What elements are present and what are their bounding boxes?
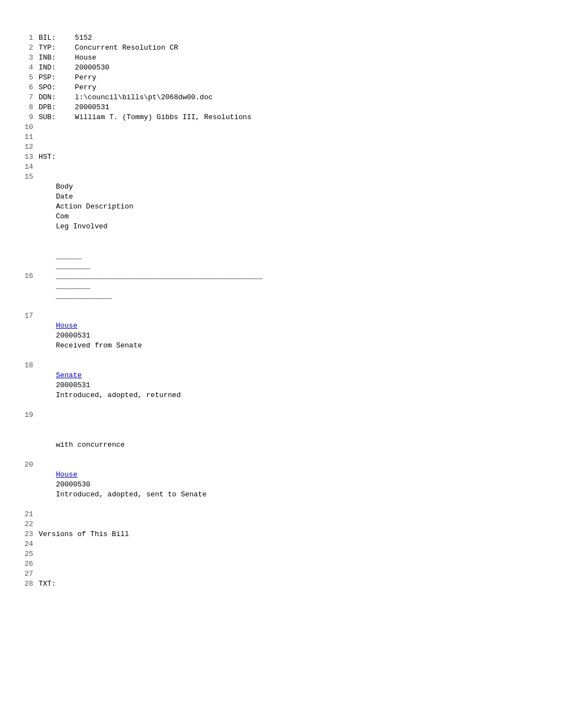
dpb-value: 20000531 [75, 103, 109, 111]
line-num-11: 11 [22, 132, 39, 142]
header-date: Date [56, 192, 105, 202]
hist-action-17: Received from Senate [56, 341, 293, 351]
header-com: Com [56, 212, 100, 222]
versions-text: Versions of This Bill [39, 529, 541, 539]
divider-com: ________ [56, 281, 100, 291]
hist-body-18: Senate [56, 371, 94, 381]
sub-value: William T. (Tommy) Gibbs III, Resolution… [75, 113, 252, 121]
line-num-6: 6 [22, 83, 39, 93]
hist-action-20: Introduced, adopted, sent to Senate [56, 490, 293, 500]
spo-value: Perry [75, 83, 97, 92]
line-6: 6 SPO: Perry [22, 83, 541, 93]
line-content-8: DPB: 20000531 [39, 103, 541, 113]
psp-value: Perry [75, 73, 97, 82]
line-content-6: SPO: Perry [39, 83, 541, 93]
txt-label: TXT: [39, 579, 541, 589]
line-content-4: IND: 20000530 [39, 63, 541, 73]
sub-label: SUB: [39, 113, 66, 122]
dpb-label: DPB: [39, 103, 66, 113]
line-7: 7 DDN: l:\council\bills\pt\2068dw00.doc [22, 93, 541, 103]
ind-label: IND: [39, 63, 66, 73]
line-17: 17 House 20000531 Received from Senate [22, 311, 541, 361]
line-content-2: TYP: Concurrent Resolution CR [39, 43, 541, 53]
hist-date-18: 20000531 [56, 381, 105, 390]
line-1: 1 BIL: 5152 [22, 33, 541, 43]
hist-body-20: House [56, 470, 94, 480]
line-num-15: 15 [22, 172, 39, 182]
line-16: 16 ______ ________ _____________________… [22, 242, 541, 311]
line-num-2: 2 [22, 43, 39, 53]
inb-value: House [75, 53, 97, 62]
line-num-27: 27 [22, 569, 39, 579]
spo-label: SPO: [39, 83, 66, 93]
line-28: 28 TXT: [22, 579, 541, 589]
typ-value: Concurrent Resolution CR [75, 44, 178, 52]
line-13: 13 HST: [22, 152, 541, 162]
ind-value: 20000530 [75, 63, 109, 72]
line-22: 22 [22, 520, 541, 529]
line-9: 9 SUB: William T. (Tommy) Gibbs III, Res… [22, 113, 541, 122]
line-content-7: DDN: l:\council\bills\pt\2068dw00.doc [39, 93, 541, 103]
line-num-16: 16 [22, 271, 39, 281]
hist-date-17: 20000531 [56, 331, 105, 341]
line-num-9: 9 [22, 113, 39, 122]
divider-date: ________ [56, 261, 105, 271]
line-25: 25 [22, 549, 541, 559]
divider-action: ________________________________________… [56, 271, 293, 281]
hist-body-17: House [56, 321, 94, 331]
hist-action-18: Introduced, adopted, returned [56, 390, 293, 400]
line-num-7: 7 [22, 93, 39, 103]
line-num-17: 17 [22, 311, 39, 321]
line-5: 5 PSP: Perry [22, 73, 541, 83]
house-link-17[interactable]: House [56, 322, 77, 330]
line-num-20: 20 [22, 460, 39, 470]
line-num-10: 10 [22, 122, 39, 132]
header-leg: Leg Involved [56, 222, 108, 232]
line-num-26: 26 [22, 559, 39, 569]
line-num-14: 14 [22, 162, 39, 172]
line-num-22: 22 [22, 520, 39, 529]
inb-label: INB: [39, 53, 66, 63]
line-4: 4 IND: 20000530 [22, 63, 541, 73]
line-10: 10 [22, 122, 541, 132]
line-2: 2 TYP: Concurrent Resolution CR [22, 43, 541, 53]
line-num-5: 5 [22, 73, 39, 83]
house-link-20[interactable]: House [56, 470, 77, 479]
line-num-8: 8 [22, 103, 39, 113]
divider-leg: _____________ [56, 291, 111, 301]
line-18: 18 Senate 20000531 Introduced, adopted, … [22, 361, 541, 410]
line-num-25: 25 [22, 549, 39, 559]
line-21: 21 [22, 510, 541, 520]
header-action: Action Description [56, 202, 293, 212]
line-content-3: INB: House [39, 53, 541, 63]
ddn-label: DDN: [39, 93, 66, 103]
line-content-1: BIL: 5152 [39, 33, 541, 43]
senate-link-18[interactable]: Senate [56, 371, 82, 379]
line-num-21: 21 [22, 510, 39, 520]
bill-info: 1 BIL: 5152 2 TYP: Concurrent Resolution… [22, 33, 541, 122]
line-26: 26 [22, 559, 541, 569]
line-3: 3 INB: House [22, 53, 541, 63]
ddn-value: l:\council\bills\pt\2068dw00.doc [75, 93, 213, 101]
line-27: 27 [22, 569, 541, 579]
typ-label: TYP: [39, 43, 66, 53]
line-num-4: 4 [22, 63, 39, 73]
line-num-23: 23 [22, 529, 39, 539]
line-14: 14 [22, 162, 541, 172]
bil-label: BIL: [39, 33, 66, 43]
line-8: 8 DPB: 20000531 [22, 103, 541, 113]
hist-date-20: 20000530 [56, 480, 105, 490]
line-num-12: 12 [22, 142, 39, 152]
line-11: 11 [22, 132, 541, 142]
line-23: 23 Versions of This Bill [22, 529, 541, 539]
divider-body: ______ [56, 251, 94, 261]
psp-label: PSP: [39, 73, 66, 83]
line-num-18: 18 [22, 361, 39, 371]
line-24: 24 [22, 539, 541, 549]
hst-label: HST: [39, 152, 541, 162]
line-content-9: SUB: William T. (Tommy) Gibbs III, Resol… [39, 113, 541, 122]
line-num-3: 3 [22, 53, 39, 63]
line-num-24: 24 [22, 539, 39, 549]
bil-value: 5152 [75, 34, 92, 42]
line-12: 12 [22, 142, 541, 152]
